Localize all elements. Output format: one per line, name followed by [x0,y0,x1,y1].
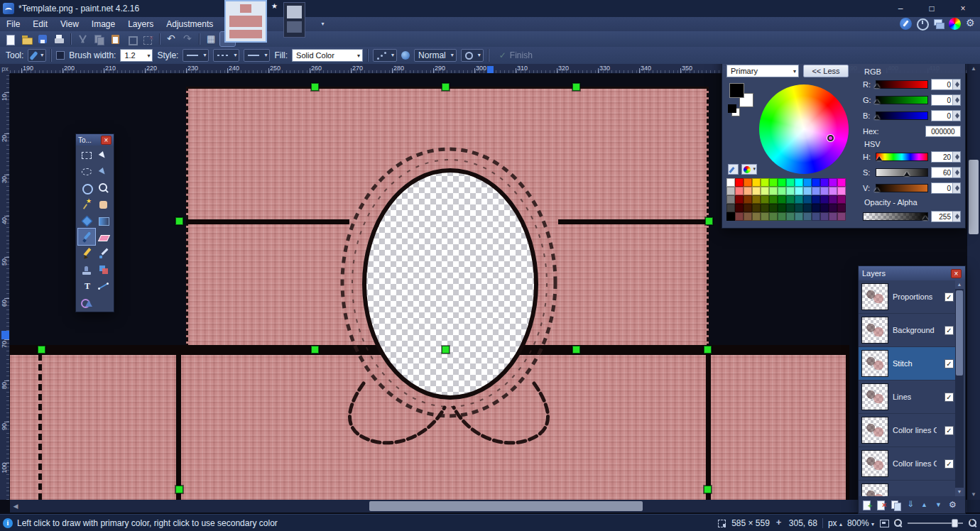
scroll-down-icon[interactable]: ▼ [955,488,964,496]
open-button[interactable] [19,32,34,46]
vertical-scrollbar[interactable]: ▲ ▼ [967,64,980,500]
palette-swatch[interactable] [803,212,812,221]
zoom-in-icon[interactable]: + [968,518,977,527]
layer-visibility-checkbox[interactable]: ✓ [944,426,954,435]
palette-swatch[interactable] [837,212,846,221]
blue-slider[interactable] [876,111,928,120]
zoom-slider-thumb[interactable] [952,519,958,527]
crop-button[interactable] [124,32,139,46]
palette-swatch[interactable] [812,187,820,195]
palette-swatch[interactable] [795,195,803,204]
selection-handle[interactable] [442,346,450,354]
menu-item-image[interactable]: Image [85,17,121,31]
palette-swatch[interactable] [829,178,837,187]
layer-visibility-checkbox[interactable]: ✓ [944,393,954,402]
image-list-dropdown-icon[interactable]: ▾ [317,20,328,28]
palette-swatch[interactable] [795,178,803,187]
palette-swatch[interactable] [812,212,820,221]
layer-visibility-checkbox[interactable]: ✓ [944,359,954,368]
layer-row[interactable]: Proportions✓ [859,280,957,314]
print-button[interactable] [52,32,67,46]
scroll-left-icon[interactable]: ◀ [10,500,21,513]
menu-item-adjustments[interactable]: Adjustments [160,17,219,31]
selection-handle[interactable] [175,486,183,493]
layer-visibility-checkbox[interactable]: ✓ [944,292,954,302]
palette-swatch[interactable] [829,204,837,212]
color-picker-tool[interactable] [95,245,112,261]
palette-swatch[interactable] [829,212,837,221]
green-input[interactable]: 0 [931,94,961,106]
red-slider[interactable] [876,80,928,89]
palette-swatch[interactable] [812,204,820,212]
palette-swatch[interactable] [829,187,837,195]
palette-swatch[interactable] [769,195,778,204]
open-image-thumbnail-active[interactable] [226,1,266,41]
palette-swatch[interactable] [786,212,795,221]
palette-swatch[interactable] [778,212,786,221]
layers-window-titlebar[interactable]: Layers × [859,266,965,280]
scroll-up-icon[interactable]: ▲ [967,64,980,74]
palette-swatch[interactable] [786,195,795,204]
color-wheel-cursor[interactable] [827,135,834,141]
palette-swatch[interactable] [752,195,761,204]
less-button[interactable]: << Less [803,65,849,77]
palette-swatch[interactable] [735,187,744,195]
saturation-slider[interactable] [876,168,928,177]
ellipse-select-tool[interactable] [78,180,95,196]
cut-button[interactable] [75,32,90,46]
merge-layer-down-button[interactable] [904,499,916,511]
tool-select[interactable] [28,49,46,62]
spinner-icon[interactable] [952,183,960,193]
horizontal-scrollbar[interactable]: ◀ ▶ [10,500,967,513]
palette-swatch[interactable] [837,187,846,195]
history-window-toggle-icon[interactable] [916,18,928,30]
scroll-up-icon[interactable]: ▲ [955,280,964,289]
move-selected-pixels-tool[interactable] [95,147,112,163]
open-image-thumbnail[interactable] [283,2,305,38]
red-input[interactable]: 0 [931,79,961,90]
scrollbar-thumb[interactable] [369,501,643,511]
style-end-cap-select[interactable] [244,49,270,62]
blue-input[interactable]: 0 [931,110,961,121]
menu-item-file[interactable]: File [0,17,26,31]
palette-swatch[interactable] [744,195,752,204]
paste-button[interactable] [108,32,123,46]
palette-swatch[interactable] [752,178,761,187]
value-slider[interactable] [876,184,928,192]
settings-gear-icon[interactable] [965,18,977,30]
palette-swatch[interactable] [837,195,846,204]
layer-row[interactable]: Stitch✓ [859,347,957,381]
palette-swatch[interactable] [769,204,778,212]
palette-swatch[interactable] [761,178,769,187]
palette-swatch[interactable] [769,178,778,187]
palette-swatch[interactable] [837,204,846,212]
selection-handle[interactable] [175,217,183,225]
tools-window-toggle-icon[interactable] [900,18,912,30]
brush-width-icon[interactable] [56,51,65,60]
layer-row[interactable]: Collor lines Out✓ [859,447,957,481]
deselect-button[interactable] [141,32,156,46]
selection-quality-select[interactable] [461,49,484,62]
layer-row[interactable] [859,481,957,496]
palette-swatch[interactable] [829,195,837,204]
palette-swatch[interactable] [735,204,744,212]
palette-swatch[interactable] [812,195,820,204]
palette-swatch[interactable] [769,212,778,221]
zoom-tool[interactable] [95,180,112,196]
palette-swatch[interactable] [820,178,829,187]
palette-swatch[interactable] [761,212,769,221]
move-layer-down-button[interactable] [932,499,944,511]
selection-handle[interactable] [572,346,580,354]
clone-stamp-tool[interactable] [78,261,95,278]
layer-row[interactable]: Lines✓ [859,381,957,414]
tools-window-titlebar[interactable]: To... × [76,134,114,146]
unit-select[interactable]: px ▴ [828,518,842,528]
close-icon[interactable]: × [101,136,111,145]
palette-swatch[interactable] [803,204,812,212]
palette-swatch[interactable] [769,187,778,195]
palette-swatch[interactable] [778,187,786,195]
antialiasing-select[interactable] [373,49,397,62]
delete-layer-button[interactable] [876,499,888,511]
palette-swatch[interactable] [786,204,795,212]
move-selection-tool[interactable] [95,163,112,180]
